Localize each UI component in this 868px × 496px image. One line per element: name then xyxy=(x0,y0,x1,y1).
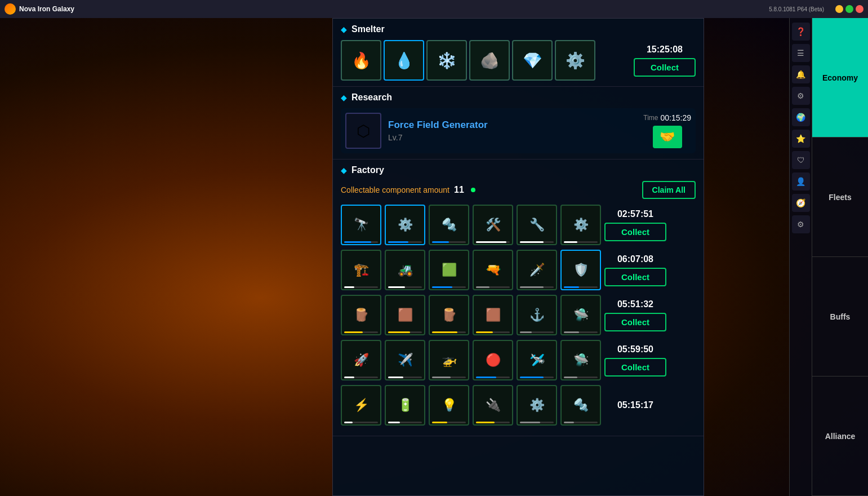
smelter-resources: 🔥 💧 ❄️ 🪨 💎 ⚙️ xyxy=(341,40,630,81)
settings-icon-btn[interactable]: ⚙ xyxy=(792,87,810,105)
collectable-label: Collectable component amount xyxy=(341,185,449,194)
smelter-item-1: 🔥 xyxy=(341,40,381,81)
menu-icon-btn[interactable]: ☰ xyxy=(792,44,810,62)
factory-item-4-1: 🚀 xyxy=(341,340,381,380)
factory-collect-area-4: 05:59:50 Collect xyxy=(604,344,666,377)
factory-item-3-2: 🟫 xyxy=(385,295,425,335)
factory-collect-button-3[interactable]: Collect xyxy=(604,313,666,331)
smelter-item-6: ⚙️ xyxy=(555,40,595,81)
factory-item-4-3: 🚁 xyxy=(429,340,469,380)
factory-section: ◆ Factory Collectable component amount 1… xyxy=(333,160,704,436)
claim-all-button[interactable]: Claim All xyxy=(642,181,696,199)
factory-collect-button-2[interactable]: Collect xyxy=(604,268,666,286)
research-info: Force Field Generator Lv.7 xyxy=(388,119,636,142)
factory-timer-3: 05:51:32 xyxy=(617,299,653,309)
factory-item-5-5: ⚙️ xyxy=(517,385,557,426)
research-section: ◆ Research ⬡ Force Field Generator Lv.7 … xyxy=(333,87,704,160)
collectable-count: 11 xyxy=(454,185,464,195)
smelter-row: 🔥 💧 ❄️ 🪨 💎 ⚙️ 15:25:08 Collect xyxy=(341,40,696,81)
factory-item-2-5: 🗡️ xyxy=(517,250,557,290)
factory-title: Factory xyxy=(351,165,384,175)
smelter-collect-area: 15:25:08 Collect xyxy=(634,45,696,77)
smelter-item-4: 🪨 xyxy=(469,40,510,81)
factory-item-1-6: ⚙️ xyxy=(560,205,601,245)
factory-timer-4: 05:59:50 xyxy=(617,344,653,355)
smelter-diamond-icon: ◆ xyxy=(341,25,347,34)
factory-header-row: Collectable component amount 11 Claim Al… xyxy=(341,181,696,199)
sidebar-tab-fleets[interactable]: Fleets xyxy=(812,138,868,257)
factory-item-2-6: 🛡️ xyxy=(560,250,601,290)
research-boost-button[interactable]: 🤝 xyxy=(653,126,682,148)
factory-item-3-3: 🪵 xyxy=(429,295,469,335)
star-icon-btn[interactable]: ⭐ xyxy=(792,130,810,148)
factory-collect-area-3: 05:51:32 Collect xyxy=(604,299,666,331)
sidebar-tab-buffs[interactable]: Buffs xyxy=(812,257,868,377)
factory-item-3-6: 🛸 xyxy=(560,295,601,335)
notification-icon-btn[interactable]: 🔔 xyxy=(792,65,810,83)
factory-item-3-4: 🟫 xyxy=(473,295,513,335)
factory-collect-area-1: 02:57:51 Collect xyxy=(604,209,666,241)
factory-row-5: ⚡ 🔋 💡 🔌 ⚙️ 🔩 05:15:17 xyxy=(341,385,696,426)
app-icon xyxy=(5,3,16,15)
factory-item-2-2: 🚜 xyxy=(385,250,425,290)
titlebar: Nova Iron Galaxy 5.8.0.1081 P64 (Beta) xyxy=(0,0,868,18)
gear-icon-btn[interactable]: ⚙ xyxy=(792,215,810,233)
smelter-item-3: ❄️ xyxy=(426,40,467,81)
factory-collect-area-2: 06:07:08 Collect xyxy=(604,254,666,286)
research-level: Lv.7 xyxy=(388,133,636,142)
maximize-button[interactable] xyxy=(845,5,853,13)
compass-icon-btn[interactable]: 🧭 xyxy=(792,194,810,212)
smelter-item-5: 💎 xyxy=(512,40,553,81)
shield-icon-btn[interactable]: 🛡 xyxy=(792,151,810,169)
app-version: 5.8.0.1081 P64 (Beta) xyxy=(769,6,824,12)
window-controls xyxy=(835,5,863,13)
minimize-button[interactable] xyxy=(835,5,843,13)
smelter-header: ◆ Smelter xyxy=(341,24,696,34)
sidebar-tab-economy[interactable]: Economy xyxy=(812,18,868,138)
research-timer-area: Time 00:15:29 🤝 xyxy=(643,113,691,148)
smelter-collect-button[interactable]: Collect xyxy=(634,58,696,77)
factory-header: ◆ Factory xyxy=(341,165,696,175)
factory-row-2: 🏗️ 🚜 🟩 🔫 🗡️ 🛡️ 06:07:08 Collect xyxy=(341,250,696,290)
factory-item-3-1: 🪵 xyxy=(341,295,381,335)
sidebar-tab-alliance[interactable]: Alliance xyxy=(812,377,868,496)
factory-timer-5: 05:15:17 xyxy=(617,400,653,410)
factory-item-4-5: 🛩️ xyxy=(517,340,557,380)
factory-item-2-1: 🏗️ xyxy=(341,250,381,290)
factory-collect-button-4[interactable]: Collect xyxy=(604,358,666,377)
factory-item-1-3: 🔩 xyxy=(429,205,469,245)
smelter-item-2: 💧 xyxy=(384,40,424,81)
smelter-timer: 15:25:08 xyxy=(647,45,683,55)
factory-item-5-3: 💡 xyxy=(429,385,469,426)
research-name: Force Field Generator xyxy=(388,119,636,131)
factory-item-1-2: ⚙️ xyxy=(385,205,425,245)
time-label: Time xyxy=(643,114,658,122)
factory-item-5-4: 🔌 xyxy=(473,385,513,426)
smelter-section: ◆ Smelter 🔥 💧 ❄️ 🪨 💎 ⚙️ 15:25:08 Collect xyxy=(333,19,704,87)
research-header: ◆ Research xyxy=(341,92,696,103)
factory-item-4-2: ✈️ xyxy=(385,340,425,380)
factory-item-4-6: 🛸 xyxy=(560,340,601,380)
factory-item-5-2: 🔋 xyxy=(385,385,425,426)
factory-item-3-5: ⚓ xyxy=(517,295,557,335)
factory-row-4: 🚀 ✈️ 🚁 🔴 🛩️ 🛸 05:59:50 Collect xyxy=(341,340,696,380)
planet-icon-btn[interactable]: 🌍 xyxy=(792,108,810,126)
green-dot-icon xyxy=(471,188,475,192)
smelter-title: Smelter xyxy=(351,24,385,34)
help-icon-btn[interactable]: ❓ xyxy=(792,23,810,41)
factory-item-5-6: 🔩 xyxy=(560,385,601,426)
research-icon: ⬡ xyxy=(345,113,381,149)
factory-item-4-4: 🔴 xyxy=(473,340,513,380)
right-sidebar: Economy Fleets Buffs Alliance xyxy=(812,18,868,496)
research-title: Research xyxy=(351,92,392,103)
factory-item-2-4: 🔫 xyxy=(473,250,513,290)
factory-item-1-4: 🛠️ xyxy=(473,205,513,245)
app-title: Nova Iron Galaxy xyxy=(19,5,769,13)
close-button[interactable] xyxy=(856,5,863,13)
right-icons-panel: ❓ ☰ 🔔 ⚙ 🌍 ⭐ 🛡 👤 🧭 ⚙ xyxy=(789,18,812,496)
person-icon-btn[interactable]: 👤 xyxy=(792,172,810,191)
factory-collect-button-1[interactable]: Collect xyxy=(604,223,666,241)
research-time-row: Time 00:15:29 xyxy=(643,113,691,122)
factory-timer-2: 06:07:08 xyxy=(617,254,653,264)
factory-item-1-5: 🔧 xyxy=(517,205,557,245)
